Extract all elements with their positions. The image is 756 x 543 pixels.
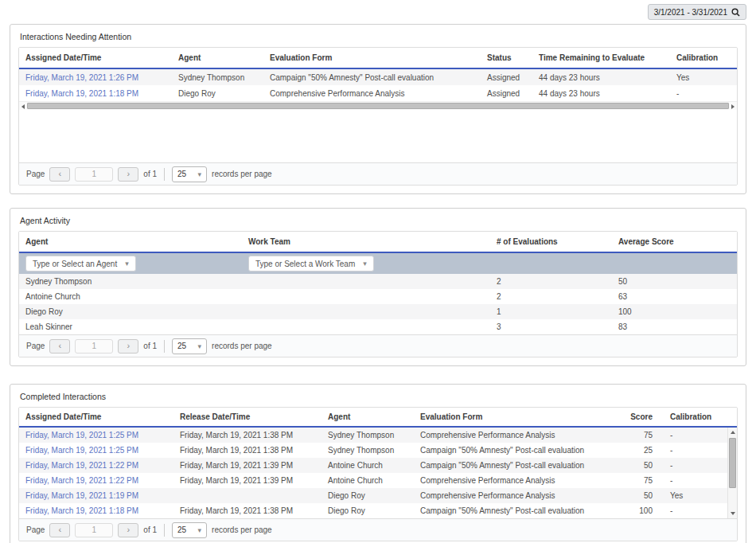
previous-page-button[interactable]: ‹ xyxy=(49,339,70,354)
release-cell: Friday, March 19, 2021 1:38 PM xyxy=(173,506,321,515)
evaluations-cell: 2 xyxy=(490,277,612,286)
assigned-cell[interactable]: Friday, March 19, 2021 1:18 PM xyxy=(19,506,173,515)
panel-title: Completed Interactions xyxy=(18,390,738,407)
calibration-cell: - xyxy=(659,506,727,515)
page-number-input[interactable] xyxy=(75,339,113,354)
page-count-label: of 1 xyxy=(143,170,157,178)
scroll-left-icon[interactable] xyxy=(21,104,25,109)
agent-cell: Antoine Church xyxy=(321,461,414,470)
attention-table: Assigned Date/Time Agent Evaluation Form… xyxy=(18,47,738,186)
assigned-cell[interactable]: Friday, March 19, 2021 1:22 PM xyxy=(19,461,173,470)
caret-down-icon: ▾ xyxy=(363,260,367,268)
agent-cell: Diego Roy xyxy=(172,89,263,98)
average-score-cell: 63 xyxy=(612,292,737,301)
pager-divider xyxy=(164,340,165,353)
calibration-cell: - xyxy=(659,476,727,485)
caret-down-icon: ▾ xyxy=(198,526,202,534)
attention-table-body: Friday, March 19, 2021 1:26 PMSydney Tho… xyxy=(19,69,737,101)
table-row: Friday, March 19, 2021 1:22 PMFriday, Ma… xyxy=(19,473,727,488)
panel-interactions-needing-attention: Interactions Needing Attention Assigned … xyxy=(10,24,746,194)
time-remaining-cell: 44 days 23 hours xyxy=(532,89,670,98)
scroll-right-icon[interactable] xyxy=(731,104,735,109)
calibration-cell: - xyxy=(670,89,737,98)
horizontal-scrollbar-thumb[interactable] xyxy=(27,103,729,109)
calibration-cell: - xyxy=(659,431,727,439)
page-size-select[interactable]: 25 ▾ xyxy=(172,338,207,354)
attention-table-header: Assigned Date/Time Agent Evaluation Form… xyxy=(19,48,737,69)
page-size-select[interactable]: 25 ▾ xyxy=(172,522,207,538)
page-number-input[interactable] xyxy=(75,523,113,537)
chevron-right-icon: › xyxy=(127,170,131,178)
agent-cell: Diego Roy xyxy=(19,307,242,316)
column-header-evaluations: # of Evaluations xyxy=(490,237,612,246)
vertical-scrollbar-thumb[interactable] xyxy=(729,438,736,488)
agent-filter-dropdown[interactable]: Type or Select an Agent ▾ xyxy=(25,256,136,272)
chevron-left-icon: ‹ xyxy=(59,342,62,350)
agent-activity-table-body: Sydney Thompson250Antoine Church263Diego… xyxy=(19,274,737,334)
vertical-scrollbar[interactable] xyxy=(727,428,737,518)
search-icon xyxy=(731,8,740,17)
release-cell: Friday, March 19, 2021 1:39 PM xyxy=(173,461,321,470)
form-cell: Campaign "50% Amnesty" Post-call evaluat… xyxy=(414,461,624,470)
assigned-cell[interactable]: Friday, March 19, 2021 1:25 PM xyxy=(19,431,173,439)
score-cell: 75 xyxy=(624,476,659,485)
average-score-cell: 83 xyxy=(612,322,737,331)
horizontal-scrollbar[interactable] xyxy=(19,101,737,110)
panel-agent-activity: Agent Activity Agent Work Team # of Eval… xyxy=(10,208,746,366)
page-number-input[interactable] xyxy=(75,167,113,182)
column-header-evaluation-form: Evaluation Form xyxy=(414,412,624,421)
column-header-score: Score xyxy=(624,412,659,421)
column-header-agent: Agent xyxy=(19,237,242,246)
chevron-right-icon: › xyxy=(127,525,131,534)
score-cell: 50 xyxy=(624,461,659,470)
column-header-evaluation-form: Evaluation Form xyxy=(263,53,481,62)
column-header-average-score: Average Score xyxy=(612,237,737,246)
assigned-cell[interactable]: Friday, March 19, 2021 1:18 PM xyxy=(19,89,172,98)
calibration-cell: Yes xyxy=(659,491,727,500)
agent-activity-pager: Page ‹ › of 1 25 ▾ records per page xyxy=(19,334,737,357)
form-cell: Comprehensive Performance Analysis xyxy=(414,491,624,500)
work-team-filter-dropdown[interactable]: Type or Select a Work Team ▾ xyxy=(248,256,374,272)
panel-completed-interactions: Completed Interactions Assigned Date/Tim… xyxy=(10,384,746,543)
assigned-cell[interactable]: Friday, March 19, 2021 1:26 PM xyxy=(19,73,172,82)
scroll-up-icon[interactable] xyxy=(731,431,735,434)
table-row: Friday, March 19, 2021 1:18 PMDiego RoyC… xyxy=(19,85,737,101)
column-header-calibration: Calibration xyxy=(670,53,737,62)
form-cell: Campaign "50% Amnesty" Post-call evaluat… xyxy=(414,506,624,515)
completed-table-body: Friday, March 19, 2021 1:25 PMFriday, Ma… xyxy=(19,428,727,518)
table-row: Sydney Thompson250 xyxy=(19,274,737,289)
table-row: Leah Skinner383 xyxy=(19,319,737,334)
release-cell: Friday, March 19, 2021 1:38 PM xyxy=(173,431,321,439)
chevron-right-icon: › xyxy=(127,342,131,350)
agent-cell: Sydney Thompson xyxy=(321,446,414,455)
status-cell: Assigned xyxy=(481,73,532,82)
records-per-page-label: records per page xyxy=(212,170,272,178)
scroll-down-icon[interactable] xyxy=(731,512,735,515)
completed-pager: Page ‹ › of 1 25 ▾ records per page xyxy=(19,518,737,541)
date-range-label: 3/1/2021 - 3/31/2021 xyxy=(654,8,727,17)
agent-activity-table: Agent Work Team # of Evaluations Average… xyxy=(18,231,738,357)
pager-divider xyxy=(164,524,165,537)
assigned-cell[interactable]: Friday, March 19, 2021 1:22 PM xyxy=(19,476,173,485)
previous-page-button[interactable]: ‹ xyxy=(49,523,70,537)
panel-title: Interactions Needing Attention xyxy=(18,30,738,47)
evaluations-cell: 1 xyxy=(490,307,612,316)
page-size-value: 25 xyxy=(177,170,186,178)
agent-cell: Sydney Thompson xyxy=(172,73,263,82)
next-page-button[interactable]: › xyxy=(118,167,138,182)
column-header-release: Release Date/Time xyxy=(173,412,321,421)
agent-cell: Leah Skinner xyxy=(19,322,242,331)
page-size-select[interactable]: 25 ▾ xyxy=(172,166,207,182)
table-row: Diego Roy1100 xyxy=(19,304,737,319)
release-cell: Friday, March 19, 2021 1:38 PM xyxy=(173,446,321,455)
empty-table-area xyxy=(19,110,737,162)
agent-cell: Sydney Thompson xyxy=(321,431,414,439)
next-page-button[interactable]: › xyxy=(118,339,138,354)
completed-table-header: Assigned Date/Time Release Date/Time Age… xyxy=(19,408,737,428)
previous-page-button[interactable]: ‹ xyxy=(49,167,70,182)
assigned-cell[interactable]: Friday, March 19, 2021 1:19 PM xyxy=(19,491,173,500)
next-page-button[interactable]: › xyxy=(118,523,138,537)
pager-divider xyxy=(164,168,165,181)
date-range-button[interactable]: 3/1/2021 - 3/31/2021 xyxy=(648,4,746,20)
assigned-cell[interactable]: Friday, March 19, 2021 1:25 PM xyxy=(19,446,173,455)
